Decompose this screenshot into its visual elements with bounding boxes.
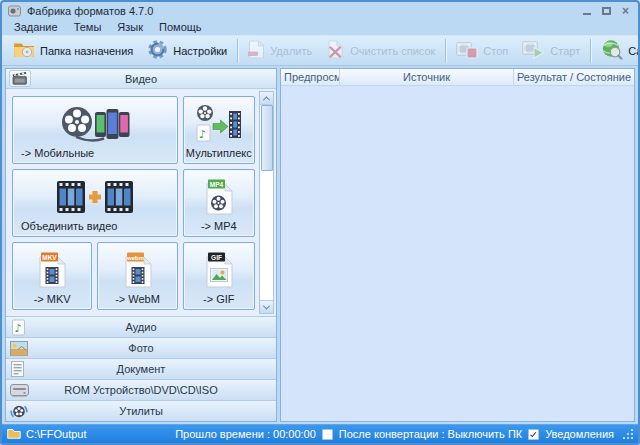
multiplex-icon: ♪ (184, 97, 254, 147)
task-list-header: Предпросмотр Источник Результат / Состоя… (281, 69, 634, 86)
titlebar: Фабрика форматов 4.7.0 × (2, 2, 638, 19)
menubar: Задание Темы Язык Помощь (2, 19, 638, 35)
start-icon (522, 40, 545, 61)
delete-file-icon (248, 40, 265, 61)
elapsed-time-text: Прошло времени : 00:00:00 (175, 428, 316, 440)
settings-button[interactable]: Настройки (140, 37, 234, 64)
svg-text:webm: webm (126, 254, 144, 260)
menu-language[interactable]: Язык (109, 20, 151, 34)
app-window: Фабрика форматов 4.7.0 × Задание Темы Яз… (0, 0, 640, 445)
gif-file-icon: GIF (184, 243, 254, 293)
tile-to-mkv[interactable]: MKV -> MKV (12, 242, 92, 310)
maximize-button[interactable] (602, 7, 611, 15)
category-utilities-label: Утилиты (6, 405, 276, 417)
tile-to-webm-label: -> WebM (98, 293, 176, 309)
category-rom-device[interactable]: ROM Устройство\DVD\CD\ISO (6, 379, 276, 400)
gear-icon (147, 39, 168, 62)
folder-small-icon (7, 428, 21, 441)
main-area: Видео -> Мобильные ♪ Мультиплекс (2, 66, 638, 424)
output-folder-label: Папка назначения (40, 45, 133, 57)
chevron-up-icon (263, 96, 270, 103)
tile-join-video[interactable]: Объединить видео (12, 169, 178, 237)
film-reel-phones-icon (13, 97, 177, 147)
mkv-file-icon: MKV (13, 243, 91, 293)
delete-button: Удалить (241, 38, 319, 63)
tile-multiplex-label: Мультиплекс (184, 147, 254, 163)
resize-grip[interactable] (623, 429, 633, 439)
check-icon (530, 430, 536, 437)
category-audio[interactable]: ♪ Аудио (6, 316, 276, 337)
tile-to-mp4-label: -> MP4 (184, 220, 254, 236)
output-folder-button[interactable]: Папка назначения (6, 39, 140, 62)
clear-list-button: Очистить список (319, 38, 442, 63)
video-tiles-grid: -> Мобильные ♪ Мультиплекс Объединить ви… (8, 91, 257, 314)
tile-to-mkv-label: -> MKV (13, 293, 91, 309)
tiles-scrollbar[interactable] (259, 91, 274, 314)
menu-help[interactable]: Помощь (151, 20, 210, 34)
join-video-icon (13, 170, 177, 220)
close-button[interactable]: × (622, 6, 629, 16)
tile-to-mobile-label: -> Мобильные (13, 147, 177, 163)
webm-file-icon: webm (98, 243, 176, 293)
category-audio-label: Аудио (6, 321, 276, 333)
mp4-file-icon: MP4 (184, 170, 254, 220)
toolbar-separator (590, 39, 591, 63)
clear-list-icon (326, 40, 345, 61)
minimize-button[interactable] (583, 13, 591, 15)
chevron-down-icon (263, 302, 270, 309)
stop-label: Стоп (483, 45, 508, 57)
tile-to-mp4[interactable]: MP4 -> MP4 (183, 169, 255, 237)
notifications-label: Уведомления (545, 428, 614, 440)
column-header-preview[interactable]: Предпросмотр (281, 69, 340, 85)
svg-text:MP4: MP4 (210, 180, 224, 187)
output-path-text: C:\FFOutput (26, 428, 87, 440)
toolbar: Папка назначения Настройки Удалить Очист… (2, 35, 638, 66)
menu-task[interactable]: Задание (6, 20, 66, 34)
svg-text:GIF: GIF (211, 253, 222, 260)
tile-join-video-label: Объединить видео (13, 220, 177, 236)
category-photo-label: Фото (6, 342, 276, 354)
stop-icon (456, 41, 478, 61)
website-label: Сайт программы (628, 45, 640, 57)
task-list-body (281, 86, 634, 421)
tile-to-webm[interactable]: webm -> WebM (97, 242, 177, 310)
category-video-header[interactable]: Видео (6, 69, 276, 89)
scrollbar-thumb[interactable] (261, 105, 273, 171)
clear-list-label: Очистить список (350, 45, 435, 57)
folder-icon (13, 41, 35, 60)
menu-themes[interactable]: Темы (66, 20, 110, 34)
tile-to-gif[interactable]: GIF -> GIF (183, 242, 255, 310)
category-video-label: Видео (6, 73, 276, 85)
website-icon (601, 39, 623, 62)
settings-label: Настройки (173, 45, 227, 57)
category-photo[interactable]: Фото (6, 337, 276, 358)
toolbar-separator (445, 39, 446, 63)
website-button[interactable]: Сайт программы (594, 37, 640, 64)
stop-button: Стоп (449, 39, 515, 63)
shutdown-after-checkbox[interactable] (322, 429, 333, 440)
output-path[interactable]: C:\FFOutput (7, 428, 87, 441)
column-header-source[interactable]: Источник (340, 69, 514, 85)
scroll-down-button[interactable] (260, 300, 273, 313)
statusbar: C:\FFOutput Прошло времени : 00:00:00 По… (2, 424, 638, 443)
category-utilities[interactable]: Утилиты (6, 400, 276, 421)
shutdown-after-label: После конвертации : Выключить ПК (339, 428, 522, 440)
category-document-label: Документ (6, 363, 276, 375)
category-document[interactable]: Документ (6, 358, 276, 379)
app-icon (8, 5, 21, 17)
svg-text:♪: ♪ (199, 128, 206, 141)
toolbar-separator (237, 39, 238, 63)
tile-to-gif-label: -> GIF (184, 293, 254, 309)
svg-text:MKV: MKV (42, 253, 57, 260)
tile-multiplex[interactable]: ♪ Мультиплекс (183, 96, 255, 164)
delete-label: Удалить (270, 45, 312, 57)
categories-panel: Видео -> Мобильные ♪ Мультиплекс (5, 68, 277, 422)
video-tiles-area: -> Мобильные ♪ Мультиплекс Объединить ви… (6, 89, 276, 316)
category-rom-device-label: ROM Устройство\DVD\CD\ISO (6, 384, 276, 396)
tile-to-mobile[interactable]: -> Мобильные (12, 96, 178, 164)
window-title: Фабрика форматов 4.7.0 (27, 5, 583, 17)
task-list-panel: Предпросмотр Источник Результат / Состоя… (280, 68, 635, 422)
notifications-checkbox[interactable] (528, 429, 539, 440)
scroll-up-button[interactable] (260, 92, 273, 105)
column-header-result[interactable]: Результат / Состояние (514, 69, 634, 85)
